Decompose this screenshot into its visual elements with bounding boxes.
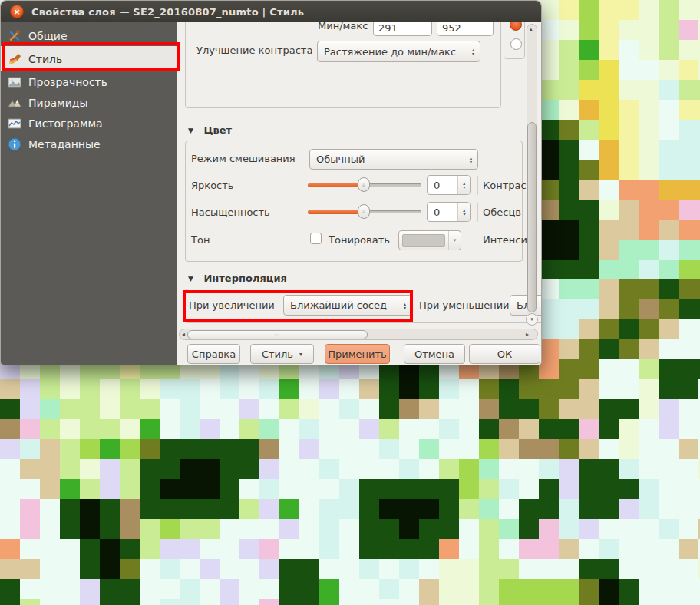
tools-icon: [8, 29, 21, 43]
sidebar-item-transparency[interactable]: Прозрачность: [1, 71, 177, 92]
sidebar-item-style[interactable]: Стиль: [1, 46, 177, 71]
max-value-input[interactable]: 952: [437, 22, 494, 36]
sidebar-item-metadata[interactable]: Метаданные: [1, 134, 177, 154]
sidebar-item-label: Гистограмма: [28, 117, 103, 130]
histogram-icon: [8, 117, 21, 131]
button-label: Применить: [328, 349, 386, 360]
ok-button[interactable]: ОК: [469, 344, 540, 364]
paintbrush-icon: [8, 52, 21, 66]
close-button[interactable]: ×: [10, 5, 24, 18]
transparency-icon: [8, 75, 21, 89]
sidebar: Общие Стиль Прозрачность: [1, 22, 177, 365]
contrast-label-clipped: Контрас: [483, 180, 527, 191]
brightness-slider-fill: [308, 183, 364, 187]
contrast-enhancement-label: Улучшение контраста: [196, 45, 312, 56]
max-value: 952: [442, 22, 461, 34]
scroll-left-icon[interactable]: ◂: [182, 331, 185, 338]
apply-button[interactable]: Применить: [325, 344, 390, 364]
spinner-icon: ▴▾: [464, 156, 477, 164]
collapse-triangle-icon: ▼: [188, 127, 193, 134]
saturation-spinbox[interactable]: 0 ▴▾: [427, 202, 471, 222]
brightness-value: 0: [428, 176, 457, 194]
dropdown-arrow-icon[interactable]: ▾: [448, 231, 461, 250]
pyramids-icon: [8, 96, 21, 110]
zoomed-in-label: При увеличении: [189, 299, 275, 311]
scroll-right-icon[interactable]: ▸: [526, 331, 529, 338]
minmax-label: Мин/макс: [318, 22, 368, 31]
saturation-slider-fill: [308, 210, 364, 214]
button-label: Отмена: [414, 349, 454, 360]
selected-value: Растяжение до мин/макс: [318, 46, 467, 58]
thumb-grip-icon: ⋯: [275, 332, 281, 338]
sidebar-item-pyramids[interactable]: Пирамиды: [1, 92, 177, 113]
button-label: Справка: [192, 349, 236, 360]
spinner-icon: ▴▾: [467, 48, 480, 55]
style-panel: Мин/макс 291 952 Улучшение контраста Рас…: [177, 22, 542, 365]
collapse-triangle-icon: ▼: [188, 275, 193, 283]
contrast-enhancement-select[interactable]: Растяжение до мин/макс ▴▾: [317, 41, 480, 62]
sidebar-item-label: Стиль: [28, 53, 62, 65]
blend-mode-label: Режим смешивания: [191, 153, 296, 164]
titlebar[interactable]: × Свойства слоя — SE2_20160807_numto | С…: [1, 1, 541, 23]
sidebar-item-label: Прозрачность: [28, 76, 107, 88]
brightness-slider-thumb[interactable]: ≡: [358, 177, 370, 192]
vertical-scrollbar-thumb[interactable]: [527, 122, 537, 312]
button-label: ОК: [497, 349, 512, 360]
spinner-icon[interactable]: ▴▾: [457, 203, 470, 221]
saturation-label: Насыщенность: [191, 207, 270, 218]
selected-value: Ближайший сосед: [284, 299, 398, 311]
spinner-icon[interactable]: ▴▾: [457, 176, 470, 194]
color-section-header[interactable]: ▼ Цвет: [188, 124, 232, 136]
horizontal-scrollbar-thumb[interactable]: ⋯: [187, 330, 368, 339]
colorize-label: Тонировать: [329, 234, 390, 246]
colorize-checkbox[interactable]: [310, 233, 322, 244]
brightness-label: Яркость: [191, 180, 233, 191]
selected-value: Обычный: [310, 154, 464, 165]
sidebar-item-histogram[interactable]: Гистограмма: [1, 113, 177, 134]
spinner-icon: ▴▾: [398, 302, 411, 309]
radio-unselected[interactable]: [510, 38, 522, 50]
saturation-value: 0: [428, 203, 457, 221]
interpolation-section-header[interactable]: ▼ Интерполяция: [188, 273, 287, 284]
button-separator: [177, 342, 542, 342]
section-title: Интерполяция: [203, 273, 286, 284]
window-title: Свойства слоя — SE2_20160807_numto | Сти…: [31, 6, 304, 18]
sidebar-item-label: Пирамиды: [28, 97, 88, 109]
info-icon: [8, 137, 21, 151]
strength-label-clipped: Интенси: [483, 234, 527, 246]
min-value-input[interactable]: 291: [373, 22, 432, 36]
zoomed-in-interpolation-select[interactable]: Ближайший сосед ▴▾: [283, 295, 412, 316]
blend-mode-select[interactable]: Обычный ▴▾: [309, 149, 478, 170]
help-button[interactable]: Справка: [187, 344, 240, 364]
saturation-slider-thumb[interactable]: ≡: [358, 204, 370, 219]
hue-label: Тон: [191, 234, 210, 246]
layer-properties-dialog: × Свойства слоя — SE2_20160807_numto | С…: [0, 0, 542, 365]
cancel-button[interactable]: Отмена: [404, 344, 465, 364]
scroll-down-button[interactable]: ▾: [526, 313, 538, 326]
scroll-down-icon: ▾: [530, 316, 533, 322]
separator: [477, 176, 478, 195]
zoomed-out-label: При уменьшении: [419, 299, 510, 311]
section-title: Цвет: [203, 124, 232, 136]
sidebar-item-label: Общие: [28, 30, 68, 42]
color-swatch: [402, 234, 445, 247]
sidebar-item-general[interactable]: Общие: [1, 25, 177, 46]
colorize-color-picker[interactable]: ▾: [398, 230, 461, 250]
separator: [477, 203, 478, 222]
sidebar-item-label: Метаданные: [28, 138, 101, 150]
dropdown-arrow-icon: ▾: [299, 351, 302, 358]
brightness-spinbox[interactable]: 0 ▴▾: [427, 175, 471, 195]
style-menu-button[interactable]: Стиль ▾: [250, 344, 314, 364]
scroll-up-icon[interactable]: ▴: [530, 26, 533, 32]
min-value: 291: [378, 22, 398, 34]
grayscale-label-clipped: Обесцв: [483, 207, 527, 218]
button-label: Стиль: [262, 349, 293, 360]
